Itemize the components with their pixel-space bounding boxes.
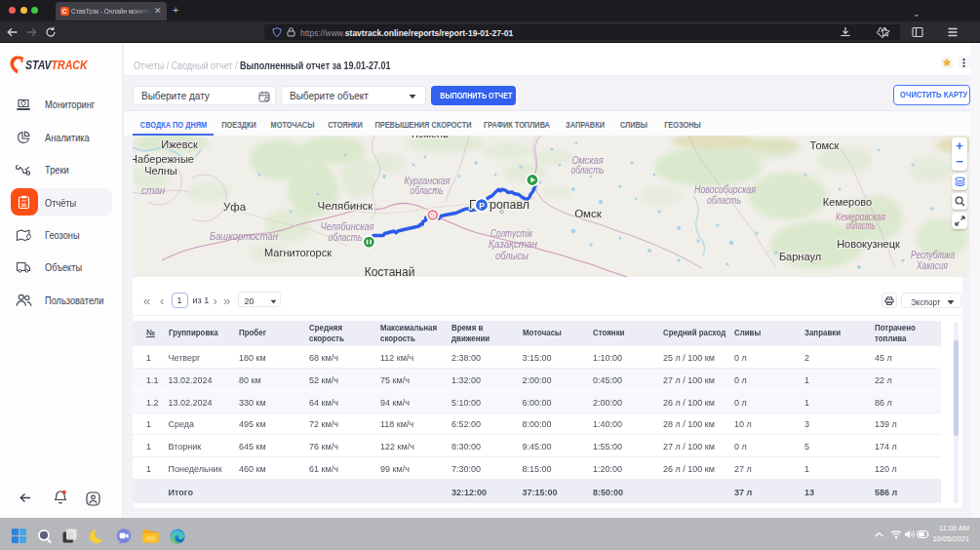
svg-text:Тюмень: Тюмень — [410, 136, 449, 139]
svg-text:Республика: Республика — [911, 249, 955, 259]
svg-text:P: P — [479, 200, 485, 210]
svg-text:Томск: Томск — [810, 139, 840, 151]
svg-text:Ижевск: Ижевск — [161, 138, 198, 149]
svg-text:Қазақстан: Қазақстан — [489, 238, 537, 249]
svg-text:Костанай: Костанай — [365, 264, 415, 277]
svg-text:область: область — [707, 194, 741, 205]
svg-text:Челябинск: Челябинск — [318, 200, 374, 212]
svg-text:область: область — [571, 164, 605, 175]
svg-text:Кемерово: Кемерово — [823, 196, 872, 208]
svg-text:Новосибирская: Новосибирская — [694, 183, 757, 194]
svg-text:Солтүстік: Солтүстік — [490, 227, 533, 238]
svg-text:область: область — [846, 219, 876, 230]
svg-text:Хакасия: Хакасия — [916, 259, 948, 270]
svg-text:Набережные: Набережные — [133, 153, 194, 165]
svg-text:Уфа: Уфа — [223, 201, 247, 213]
svg-text:стан: стан — [141, 185, 166, 196]
svg-text:Челябинская: Челябинская — [321, 221, 375, 232]
svg-text:область: область — [329, 232, 363, 243]
svg-text:область: область — [411, 184, 444, 195]
svg-text:Магнитогорск: Магнитогорск — [264, 247, 332, 258]
svg-text:Башкортостан: Башкортостан — [210, 230, 278, 242]
svg-text:Новокузнецк: Новокузнецк — [837, 237, 900, 249]
svg-text:Омск: Омск — [574, 208, 603, 219]
svg-text:Челны: Челны — [144, 165, 177, 177]
svg-text:облысы: облысы — [495, 250, 529, 260]
svg-text:Барнаул: Барнаул — [779, 250, 821, 261]
